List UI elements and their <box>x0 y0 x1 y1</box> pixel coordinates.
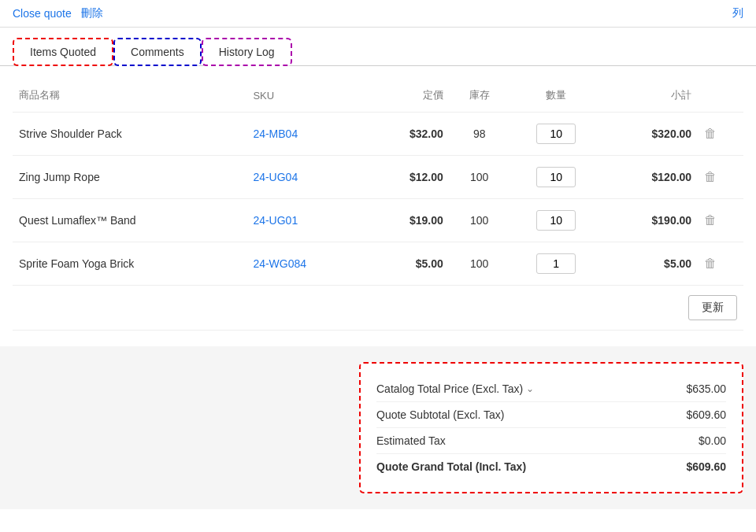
cell-price: $19.00 <box>366 199 450 242</box>
cell-name: Strive Shoulder Pack <box>13 113 246 156</box>
table-row: Strive Shoulder Pack 24-MB04 $32.00 98 $… <box>13 113 743 156</box>
cell-sku: 24-WG084 <box>246 242 365 286</box>
update-row: 更新 <box>13 286 743 331</box>
cell-price: $32.00 <box>366 113 450 156</box>
cell-name: Sprite Foam Yoga Brick <box>13 242 246 286</box>
tab-comments[interactable]: Comments <box>113 38 202 66</box>
summary-value: $609.60 <box>686 408 726 421</box>
cell-delete[interactable]: 🗑 <box>698 199 743 242</box>
items-table: 商品名稱 SKU 定價 庫存 數量 小計 Strive Shoulder Pac… <box>13 82 743 286</box>
table-row: Quest Lumaflex™ Band 24-UG01 $19.00 100 … <box>13 199 743 242</box>
main-content: 商品名稱 SKU 定價 庫存 數量 小計 Strive Shoulder Pac… <box>0 66 756 346</box>
summary-label: Quote Grand Total (Incl. Tax) <box>376 460 526 473</box>
cell-price: $12.00 <box>366 156 450 199</box>
summary-row: Quote Grand Total (Incl. Tax) $609.60 <box>376 454 726 479</box>
action-button[interactable]: 列 <box>732 6 743 20</box>
tab-items-quoted[interactable]: Items Quoted <box>13 38 113 66</box>
cell-stock: 100 <box>450 242 510 286</box>
cell-subtotal: $5.00 <box>603 242 698 286</box>
table-row: Zing Jump Rope 24-UG04 $12.00 100 $120.0… <box>13 156 743 199</box>
summary-label: Estimated Tax <box>376 434 446 447</box>
cell-qty[interactable] <box>510 156 603 199</box>
tabs-container: Items Quoted Comments History Log <box>0 28 756 66</box>
summary-value: $635.00 <box>686 382 726 395</box>
col-header-sku: SKU <box>246 82 365 113</box>
cell-stock: 100 <box>450 199 510 242</box>
cell-qty[interactable] <box>510 113 603 156</box>
delete-icon[interactable]: 🗑 <box>704 257 717 270</box>
cell-subtotal: $120.00 <box>603 156 698 199</box>
summary-right: Catalog Total Price (Excl. Tax)⌄ $635.00… <box>346 346 756 493</box>
cell-qty[interactable] <box>510 199 603 242</box>
cell-stock: 100 <box>450 156 510 199</box>
summary-label: Quote Subtotal (Excl. Tax) <box>376 408 504 421</box>
qty-input[interactable] <box>536 210 576 231</box>
cell-sku: 24-UG04 <box>246 156 365 199</box>
qty-input[interactable] <box>536 167 576 187</box>
cell-name: Zing Jump Rope <box>13 156 246 199</box>
cell-price: $5.00 <box>366 242 450 286</box>
table-row: Sprite Foam Yoga Brick 24-WG084 $5.00 10… <box>13 242 743 286</box>
summary-value: $0.00 <box>699 434 726 447</box>
cell-subtotal: $320.00 <box>603 113 698 156</box>
update-button[interactable]: 更新 <box>688 295 737 320</box>
summary-label: Catalog Total Price (Excl. Tax)⌄ <box>376 382 534 395</box>
summary-left-empty <box>0 346 346 493</box>
qty-input[interactable] <box>536 253 576 274</box>
qty-input[interactable] <box>536 124 576 144</box>
close-quote-link[interactable]: Close quote <box>13 7 72 20</box>
tab-history-log[interactable]: History Log <box>202 38 292 66</box>
cell-delete[interactable]: 🗑 <box>698 242 743 286</box>
cell-delete[interactable]: 🗑 <box>698 156 743 199</box>
cell-qty[interactable] <box>510 242 603 286</box>
summary-box: Catalog Total Price (Excl. Tax)⌄ $635.00… <box>359 362 743 493</box>
delete-icon[interactable]: 🗑 <box>704 127 717 140</box>
summary-row: Quote Subtotal (Excl. Tax) $609.60 <box>376 402 726 428</box>
cell-delete[interactable]: 🗑 <box>698 113 743 156</box>
chevron-icon[interactable]: ⌄ <box>526 383 534 394</box>
delete-icon[interactable]: 🗑 <box>704 213 717 227</box>
col-header-name: 商品名稱 <box>13 82 246 113</box>
cell-stock: 98 <box>450 113 510 156</box>
summary-row: Catalog Total Price (Excl. Tax)⌄ $635.00 <box>376 376 726 402</box>
delete-icon[interactable]: 🗑 <box>704 170 717 183</box>
col-header-price: 定價 <box>366 82 450 113</box>
col-header-qty: 數量 <box>510 82 603 113</box>
col-header-stock: 庫存 <box>450 82 510 113</box>
col-header-subtotal: 小計 <box>603 82 698 113</box>
col-header-action <box>698 82 743 113</box>
summary-row: Estimated Tax $0.00 <box>376 428 726 454</box>
summary-section-wrapper: Catalog Total Price (Excl. Tax)⌄ $635.00… <box>0 346 756 509</box>
cell-name: Quest Lumaflex™ Band <box>13 199 246 242</box>
top-bar: Close quote 刪除 列 <box>0 0 756 28</box>
cell-sku: 24-MB04 <box>246 113 365 156</box>
table-header-row: 商品名稱 SKU 定價 庫存 數量 小計 <box>13 82 743 113</box>
summary-value: $609.60 <box>686 460 726 473</box>
delete-link[interactable]: 刪除 <box>81 6 103 20</box>
cell-sku: 24-UG01 <box>246 199 365 242</box>
top-bar-left: Close quote 刪除 <box>13 6 103 20</box>
cell-subtotal: $190.00 <box>603 199 698 242</box>
